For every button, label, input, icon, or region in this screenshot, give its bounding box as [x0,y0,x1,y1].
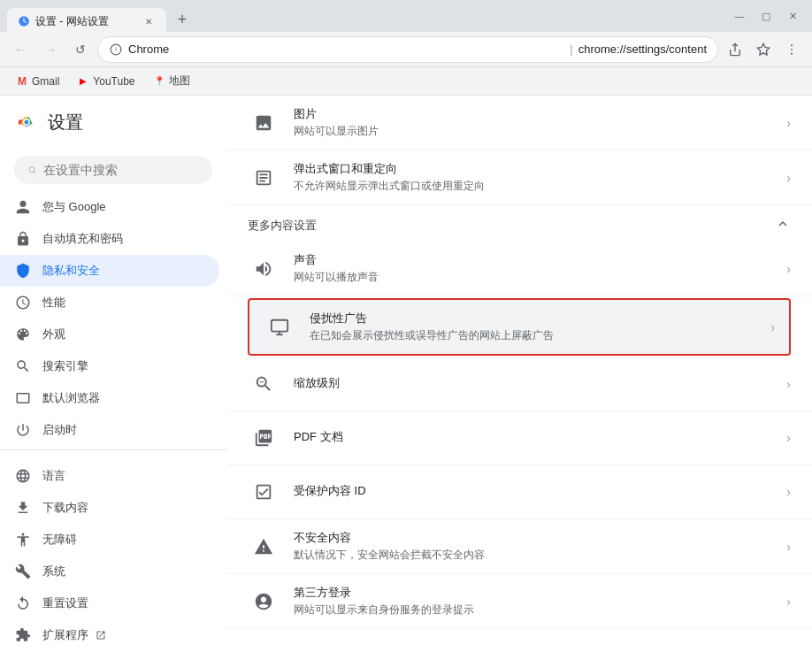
more-section-label: 更多内容设置 [248,218,317,234]
chrome-menu-button[interactable] [778,36,805,63]
settings-item-pdf[interactable]: PDF 文档 › [226,411,812,465]
pdf-title: PDF 文档 [294,429,786,445]
forward-button[interactable]: → [37,36,64,63]
settings-item-insecure[interactable]: 不安全内容 默认情况下，安全网站会拦截不安全内容 › [226,519,812,574]
back-button[interactable]: ← [7,36,34,63]
active-tab[interactable]: 设置 - 网站设置 ✕ [7,8,166,35]
external-link-icon [96,630,106,641]
lock-icon [14,230,32,248]
close-button[interactable]: ✕ [780,7,805,25]
sidebar-item-privacy[interactable]: 隐私和安全 [0,255,219,287]
sidebar-item-search-label: 搜索引擎 [42,358,88,374]
sound-subtitle: 网站可以播放声音 [294,270,786,285]
sidebar-item-startup-label: 启动时 [42,422,77,438]
sound-title: 声音 [294,252,786,268]
sidebar-item-google[interactable]: 您与 Google [0,191,219,223]
sidebar-item-browser[interactable]: 默认浏览器 [0,382,219,414]
protected-text: 受保护内容 ID [294,483,786,501]
insecure-subtitle: 默认情况下，安全网站会拦截不安全内容 [294,548,786,563]
settings-item-popups[interactable]: 弹出式窗口和重定向 不允许网站显示弹出式窗口或使用重定向 › [226,150,812,205]
search-box[interactable] [14,156,212,184]
bookmark-gmail[interactable]: M Gmail [11,73,65,89]
address-bar[interactable]: i Chrome | chrome://settings/content [97,36,718,63]
section-collapse-button[interactable] [775,216,791,234]
search-input[interactable] [43,163,198,177]
address-separator: | [570,42,572,56]
bookmarks-bar: M Gmail ▶ YouTube 📍 地图 [0,67,812,96]
wrench-icon [14,563,32,580]
tab-favicon [18,15,30,27]
sidebar-item-appearance[interactable]: 外观 [0,318,219,350]
new-tab-button[interactable]: + [170,7,195,32]
images-title: 图片 [294,106,786,122]
sidebar-item-performance-label: 性能 [42,295,65,311]
sidebar-item-performance[interactable]: 性能 [0,287,219,318]
images-text: 图片 网站可以显示图片 [294,106,786,139]
sound-arrow: › [786,262,791,276]
popups-title: 弹出式窗口和重定向 [294,161,786,177]
insecure-icon [248,531,280,563]
protected-icon [248,476,280,508]
gauge-icon [14,294,32,311]
address-security-icon: i [109,42,123,57]
sidebar-item-accessibility[interactable]: 无障碍 [0,524,219,556]
sidebar-item-google-label: 您与 Google [42,199,106,215]
sidebar-item-autofill[interactable]: 自动填充和密码 [0,223,219,255]
content-area: 设置 您与 Google [0,96,812,660]
sidebar-search[interactable] [0,149,226,191]
settings-item-zoom[interactable]: 缩放级别 › [226,357,812,411]
sidebar-item-downloads-label: 下载内容 [42,500,88,516]
minimize-button[interactable]: — [727,7,752,25]
sidebar-item-reset[interactable]: 重置设置 [0,587,219,619]
share-button[interactable] [722,36,748,63]
bookmark-maps[interactable]: 📍 地图 [148,72,195,90]
refresh-button[interactable]: ↺ [67,36,94,63]
settings-item-ads[interactable]: 侵扰性广告 在已知会展示侵扰性或误导性广告的网站上屏蔽广告 › [248,298,791,356]
youtube-favicon: ▶ [77,75,89,88]
bookmark-youtube[interactable]: ▶ YouTube [72,73,140,89]
login-text: 第三方登录 网站可以显示来自身份服务的登录提示 [294,585,786,618]
protected-title: 受保护内容 ID [294,483,786,499]
zoom-icon [248,368,280,400]
sidebar-item-system-label: 系统 [42,564,65,579]
sidebar-title: 设置 [48,111,83,134]
bookmark-button[interactable] [750,36,777,63]
settings-item-images[interactable]: 图片 网站可以显示图片 › [226,96,812,150]
settings-item-protected[interactable]: 受保护内容 ID › [226,465,812,519]
power-icon [14,421,32,439]
login-subtitle: 网站可以显示来自身份服务的登录提示 [294,602,786,618]
nav-bar: ← → ↺ i Chrome | chrome://settings/conte… [0,32,812,67]
sidebar-item-extensions[interactable]: 扩展程序 [0,619,219,651]
sidebar-item-language[interactable]: 语言 [0,460,219,492]
insecure-arrow: › [786,540,791,554]
sidebar-item-downloads[interactable]: 下载内容 [0,492,219,524]
pdf-text: PDF 文档 [294,429,786,447]
pdf-icon [248,422,280,454]
settings-item-sound[interactable]: 声音 网站可以播放声音 › [226,242,812,296]
sidebar-item-search[interactable]: 搜索引擎 [0,350,219,382]
ads-arrow: › [770,320,775,334]
svg-point-11 [29,167,34,173]
sidebar-header: 设置 [0,110,226,149]
tab-bar: 设置 - 网站设置 ✕ + [7,0,720,32]
sidebar-item-system[interactable]: 系统 [0,556,219,587]
more-section-header[interactable]: 更多内容设置 [226,205,812,242]
svg-marker-4 [757,43,769,55]
globe-icon [14,467,32,485]
ads-icon [264,311,295,343]
main-content: 图片 网站可以显示图片 › 弹出式窗口和重定向 不允许网站显示弹出式窗口或使用重… [226,96,812,660]
ads-text: 侵扰性广告 在已知会展示侵扰性或误导性广告的网站上屏蔽广告 [310,311,770,343]
tab-close-button[interactable]: ✕ [142,14,156,28]
maximize-button[interactable]: ▢ [754,7,778,25]
settings-item-login[interactable]: 第三方登录 网站可以显示来自身份服务的登录提示 › [226,574,812,629]
accessibility-icon [14,531,32,549]
sidebar: 设置 您与 Google [0,96,226,660]
protected-arrow: › [786,485,791,499]
zoom-text: 缩放级别 [294,375,786,393]
sidebar-item-startup[interactable]: 启动时 [0,414,219,446]
ads-subtitle: 在已知会展示侵扰性或误导性广告的网站上屏蔽广告 [310,328,770,343]
popup-icon [248,162,280,194]
insecure-title: 不安全内容 [294,530,786,546]
download-icon [14,499,32,517]
image-icon [248,107,280,139]
